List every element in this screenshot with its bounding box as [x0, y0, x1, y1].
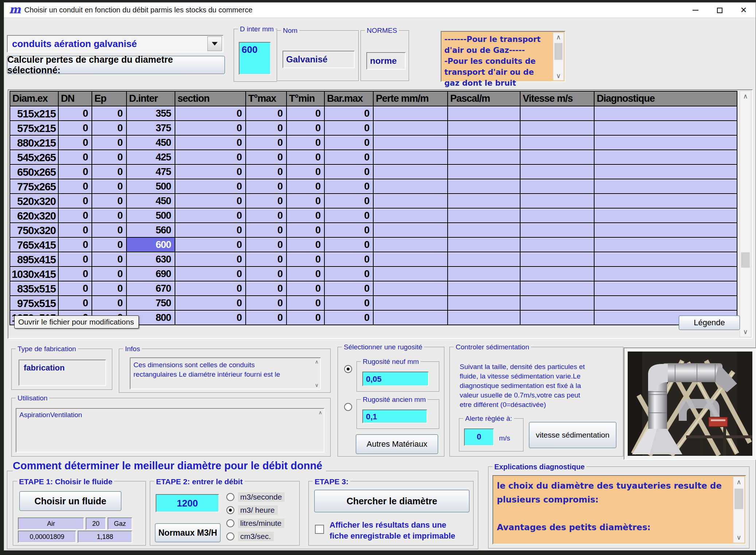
table-cell[interactable]: 0 [287, 208, 324, 223]
column-header[interactable]: T°max [246, 91, 287, 106]
autres-materiaux-button[interactable]: Autres Matériaux [356, 434, 438, 454]
table-cell[interactable] [373, 237, 448, 252]
table-cell[interactable]: 0 [246, 237, 287, 252]
table-cell[interactable]: 0 [92, 223, 126, 237]
d-inter-field[interactable]: 600 [239, 42, 271, 75]
table-cell[interactable]: 425 [126, 150, 175, 164]
table-cell[interactable] [373, 106, 448, 121]
table-cell[interactable]: 0 [246, 267, 287, 281]
table-cell[interactable]: 500 [126, 208, 175, 223]
table-cell[interactable]: 0 [175, 208, 246, 223]
table-cell[interactable] [448, 267, 520, 281]
table-cell[interactable]: 0 [92, 267, 126, 281]
table-cell[interactable]: 0 [175, 150, 246, 164]
scroll-thumb[interactable] [554, 43, 562, 60]
table-cell[interactable] [448, 106, 520, 121]
column-header[interactable]: Ep [92, 91, 126, 106]
table-cell[interactable] [520, 194, 594, 208]
table-cell[interactable] [520, 135, 594, 150]
column-header[interactable]: Pascal/m [448, 91, 520, 106]
chercher-diametre-button[interactable]: Chercher le diamètre [314, 490, 469, 512]
table-cell[interactable] [520, 237, 594, 252]
table-cell[interactable] [594, 267, 737, 281]
table-cell[interactable]: 0 [246, 281, 287, 296]
table-cell[interactable]: 0 [92, 135, 126, 150]
table-cell[interactable]: 0 [58, 150, 92, 164]
table-cell[interactable]: 0 [287, 121, 324, 135]
table-cell[interactable]: 0 [58, 106, 92, 121]
debit-field[interactable]: 1200 [156, 494, 219, 512]
table-cell[interactable]: 0 [324, 106, 373, 121]
stock-select-combobox[interactable]: conduits aération galvanisé [7, 35, 223, 53]
table-cell[interactable]: 0 [324, 179, 373, 194]
column-header[interactable]: Bar.max [324, 91, 373, 106]
table-cell[interactable]: 0 [175, 106, 246, 121]
scroll-down-icon[interactable]: ∨ [553, 72, 564, 79]
table-cell[interactable] [520, 179, 594, 194]
table-cell[interactable]: 0 [324, 267, 373, 281]
table-cell[interactable] [373, 164, 448, 179]
table-cell[interactable] [448, 223, 520, 237]
table-cell[interactable] [594, 135, 737, 150]
column-header[interactable]: T°min [287, 91, 324, 106]
table-cell[interactable]: 975x515 [10, 296, 58, 310]
table-cell[interactable]: 560 [126, 223, 175, 237]
table-cell[interactable]: 0 [287, 223, 324, 237]
table-cell[interactable] [520, 267, 594, 281]
table-cell[interactable]: 0 [175, 267, 246, 281]
table-cell[interactable]: 600 [126, 237, 175, 252]
table-cell[interactable] [448, 252, 520, 267]
table-cell[interactable]: 0 [58, 164, 92, 179]
table-cell[interactable]: 0 [58, 281, 92, 296]
column-header[interactable]: D.inter [126, 91, 175, 106]
table-cell[interactable] [594, 223, 737, 237]
table-cell[interactable] [594, 296, 737, 310]
table-cell[interactable] [520, 252, 594, 267]
nom-field[interactable]: Galvanisé [282, 51, 355, 68]
table-cell[interactable]: 880x215 [10, 135, 58, 150]
table-cell[interactable]: 0 [58, 223, 92, 237]
scroll-down-icon[interactable]: ∨ [315, 382, 319, 388]
table-cell[interactable] [448, 194, 520, 208]
scroll-up-icon[interactable]: ∧ [740, 93, 751, 100]
table-cell[interactable] [448, 164, 520, 179]
unit-litres-minute-radio[interactable] [226, 519, 234, 527]
table-scrollbar[interactable]: ∧ ∨ [740, 91, 751, 337]
table-cell[interactable] [448, 310, 520, 325]
table-cell[interactable] [594, 237, 737, 252]
choisir-fluide-button[interactable]: Choisir un fluide [19, 491, 121, 511]
table-cell[interactable]: 895x415 [10, 252, 58, 267]
table-cell[interactable]: 835x515 [10, 281, 58, 296]
table-cell[interactable]: 0 [246, 106, 287, 121]
table-cell[interactable]: 450 [126, 135, 175, 150]
scroll-down-icon[interactable]: ∨ [740, 328, 751, 335]
table-cell[interactable] [448, 150, 520, 164]
table-cell[interactable] [594, 252, 737, 267]
table-cell[interactable]: 0 [324, 310, 373, 325]
table-cell[interactable]: 0 [287, 281, 324, 296]
table-cell[interactable]: 0 [324, 135, 373, 150]
table-cell[interactable] [520, 164, 594, 179]
table-cell[interactable]: 0 [246, 150, 287, 164]
table-cell[interactable] [520, 208, 594, 223]
table-cell[interactable] [520, 121, 594, 135]
table-cell[interactable] [373, 150, 448, 164]
table-cell[interactable]: 0 [58, 179, 92, 194]
table-cell[interactable]: 0 [175, 237, 246, 252]
column-header[interactable]: Diagnostique [594, 91, 737, 106]
table-cell[interactable]: 0 [92, 164, 126, 179]
table-cell[interactable]: 750x320 [10, 223, 58, 237]
table-cell[interactable] [448, 179, 520, 194]
table-cell[interactable] [373, 208, 448, 223]
table-cell[interactable] [594, 179, 737, 194]
table-cell[interactable]: 0 [324, 281, 373, 296]
table-cell[interactable] [520, 150, 594, 164]
table-cell[interactable] [373, 135, 448, 150]
table-cell[interactable]: 0 [92, 150, 126, 164]
table-cell[interactable]: 0 [58, 121, 92, 135]
table-cell[interactable]: 0 [246, 208, 287, 223]
column-header[interactable]: Vitesse m/s [520, 91, 594, 106]
vitesse-sedimentation-button[interactable]: vitesse sédimentation [529, 422, 616, 448]
table-cell[interactable] [594, 106, 737, 121]
table-cell[interactable]: 0 [324, 296, 373, 310]
